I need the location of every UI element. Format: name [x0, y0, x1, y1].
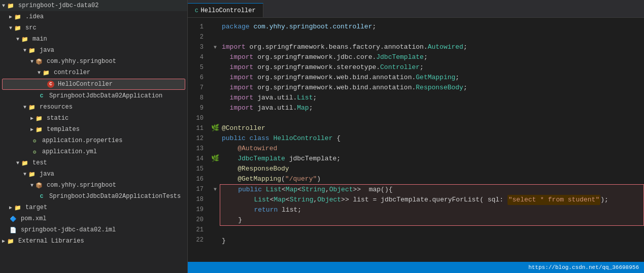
gutter-cell [211, 215, 220, 225]
tree-item-target[interactable]: ▶📁target [0, 202, 187, 213]
code-token: "/query" [285, 174, 317, 184]
code-token: } [222, 236, 226, 246]
yml-icon: ⚙ [30, 148, 39, 156]
tree-item-springboot-jdbc-data02.iml[interactable]: 📄springboot-jdbc-data02.iml [0, 224, 187, 235]
code-token: GetMapping [416, 73, 455, 83]
code-area: package com.yhhy.springboot.controller; … [220, 18, 644, 262]
line-number: 13 [188, 144, 207, 154]
tree-item-com.yhhy.springboot-test[interactable]: ▼📦com.yhhy.springboot [0, 180, 187, 191]
gutter-cell [211, 22, 220, 32]
code-token: ( [281, 174, 285, 184]
code-token: ); [600, 195, 608, 205]
class-test-icon: C [38, 192, 46, 200]
fold-icon[interactable]: ▼ [214, 187, 217, 192]
code-line: import java.util.Map; [220, 103, 644, 113]
tree-item-controller[interactable]: ▼📁controller [0, 67, 187, 78]
gutter-cell [211, 235, 220, 245]
class-icon: C [47, 81, 54, 88]
folder-icon: 📁 [28, 46, 36, 54]
tree-arrow: ▶ [9, 14, 12, 20]
gutter-cell [211, 133, 220, 144]
tree-item-SpringbootJdbcData02ApplicationTests[interactable]: CSpringbootJdbcData02ApplicationTests [0, 191, 187, 202]
code-token: list; [282, 205, 301, 215]
gutter-cell [211, 83, 220, 93]
folder-icon: 📁 [28, 103, 36, 111]
line-number: 7 [188, 83, 207, 93]
folder-icon: 📁 [14, 24, 22, 32]
code-token: import [222, 103, 257, 113]
tree-item-HelloController[interactable]: CHelloController [2, 79, 185, 90]
tree-arrow: ▼ [2, 3, 5, 9]
code-token: import [222, 52, 257, 62]
tree-item-resources[interactable]: ▼📁resources [0, 101, 187, 113]
code-token: class [250, 133, 274, 144]
code-token: ; [463, 42, 467, 52]
code-token: >> map(){ [353, 185, 393, 195]
tree-item-label: main [32, 36, 47, 43]
code-token: import [222, 93, 257, 103]
tree-item-label: application.yml [42, 148, 97, 155]
code-token: import [222, 73, 257, 83]
line-number: 9 [188, 103, 207, 113]
gutter-cell [211, 62, 220, 73]
tree-item-root[interactable]: ▼📁springboot-jdbc-data02 [0, 0, 187, 11]
tree-item-templates[interactable]: ▶📁templates [0, 124, 187, 135]
code-token: public [222, 185, 266, 195]
tree-arrow: ▼ [23, 48, 26, 53]
tree-item-main[interactable]: ▼📁main [0, 33, 187, 45]
code-token: < [282, 185, 286, 195]
line-number: 11 [188, 123, 207, 133]
code-token [222, 144, 238, 154]
gutter-cell [211, 164, 220, 174]
code-token: org.springframework.jdbc.core. [257, 52, 376, 62]
project-tree[interactable]: ▼📁springboot-jdbc-data02▶📁.idea▼📁src▼📁ma… [0, 0, 188, 273]
tree-item-application.yml[interactable]: ⚙application.yml [0, 146, 187, 157]
tree-item-External Libraries[interactable]: ▶📁External Libraries [0, 235, 187, 247]
line-number: 1 [188, 22, 207, 32]
gutter: ▼🌿🌿▼ [211, 18, 220, 262]
editor-tabs[interactable]: C HelloController [188, 0, 644, 18]
code-token: ; [424, 52, 428, 62]
package-icon: 📦 [35, 181, 43, 189]
tree-item-label: External Libraries [18, 237, 84, 245]
code-token: < [286, 195, 290, 205]
code-line: public class HelloController { [220, 133, 644, 144]
folder-icon: 📁 [14, 203, 22, 212]
code-token: @Autowired [238, 144, 277, 154]
tree-item-SpringbootJdbcData02Application[interactable]: CSpringbootJdbcData02Application [0, 90, 187, 101]
line-number: 22 [188, 235, 207, 245]
code-token: JdbcTemplate [238, 154, 289, 164]
code-line: @ResponseBody [220, 164, 644, 174]
code-token: List [297, 93, 313, 103]
code-line [220, 32, 644, 42]
tree-item-java[interactable]: ▼📁java [0, 45, 187, 56]
gutter-cell: 🌿 [211, 123, 220, 133]
gutter-cell [211, 73, 220, 83]
fold-icon[interactable]: ▼ [214, 45, 217, 50]
properties-icon: ⚙ [30, 136, 39, 145]
iml-icon: 📄 [9, 226, 17, 234]
xml-icon: 🔷 [9, 215, 17, 223]
code-line: return list; [220, 205, 644, 215]
folder-icon: 📁 [28, 170, 36, 178]
tree-item-src[interactable]: ▼📁src [0, 22, 187, 33]
code-token [222, 205, 254, 215]
editor-content: 12345678910111213141516171819202122 ▼🌿🌿▼… [188, 18, 644, 262]
line-number: 14 [188, 154, 207, 164]
tree-item-com.yhhy.springboot[interactable]: ▼📦com.yhhy.springboot [0, 56, 187, 67]
code-token: public [222, 133, 250, 144]
tree-item-label: SpringbootJdbcData02Application [49, 92, 162, 99]
tree-item-static[interactable]: ▶📁static [0, 113, 187, 124]
tree-item-test[interactable]: ▼📁test [0, 157, 187, 168]
tree-item-pom.xml[interactable]: 🔷pom.xml [0, 213, 187, 224]
code-token: org.springframework.stereotype. [257, 62, 380, 73]
code-token: , [313, 195, 317, 205]
code-line [220, 226, 644, 236]
tree-item-label: com.yhhy.springboot [47, 58, 116, 65]
spring-icon: 🌿 [211, 155, 219, 162]
tree-item-java-test[interactable]: ▼📁java [0, 168, 187, 180]
line-number: 3 [188, 42, 207, 52]
tree-item-idea[interactable]: ▶📁.idea [0, 11, 187, 22]
tab-hellocontroller[interactable]: C HelloController [188, 3, 263, 17]
tree-item-application.properties[interactable]: ⚙application.properties [0, 135, 187, 146]
